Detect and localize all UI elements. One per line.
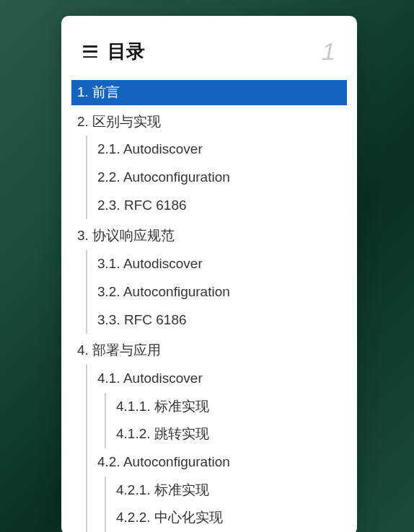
toc-item-3-3[interactable]: 3.3. RFC 6186 — [87, 306, 347, 334]
toc-item-3[interactable]: 3. 协议响应规范 — [71, 222, 347, 250]
toc-sublist-2: 2.1. Autodiscover 2.2. Autoconfiguration… — [86, 136, 357, 219]
toc-item-2[interactable]: 2. 区别与实现 — [71, 108, 347, 136]
toc-item-1[interactable]: 1. 前言 — [71, 80, 347, 105]
toc-item-3-1[interactable]: 3.1. Autodiscover — [87, 250, 347, 278]
page-number: 1 — [322, 37, 335, 66]
toc-item-4-1-2[interactable]: 4.1.2. 跳转实现 — [106, 420, 347, 448]
toc-item-4-1-1[interactable]: 4.1.1. 标准实现 — [106, 393, 347, 421]
toc-sublist-4-1: 4.1.1. 标准实现 4.1.2. 跳转实现 — [105, 393, 357, 448]
toc-body: 1. 前言 2. 区别与实现 2.1. Autodiscover 2.2. Au… — [61, 80, 357, 532]
toc-item-4-1[interactable]: 4.1. Autodiscover — [87, 365, 347, 393]
toc-item-3-2[interactable]: 3.2. Autoconfiguration — [87, 278, 347, 306]
toc-item-2-2[interactable]: 2.2. Autoconfiguration — [87, 164, 347, 192]
toc-header: 目录 1 — [61, 16, 357, 80]
toc-item-2-1[interactable]: 2.1. Autodiscover — [87, 136, 347, 164]
hamburger-icon[interactable] — [83, 45, 97, 58]
toc-sublist-4: 4.1. Autodiscover 4.1.1. 标准实现 4.1.2. 跳转实… — [86, 365, 357, 532]
toc-item-4[interactable]: 4. 部署与应用 — [71, 337, 347, 365]
toc-header-left: 目录 — [83, 39, 145, 64]
toc-item-4-2-1[interactable]: 4.2.1. 标准实现 — [106, 476, 347, 505]
toc-item-4-2[interactable]: 4.2. Autoconfiguration — [87, 448, 347, 476]
toc-item-2-3[interactable]: 2.3. RFC 6186 — [87, 192, 347, 220]
toc-title: 目录 — [107, 39, 145, 64]
toc-sublist-3: 3.1. Autodiscover 3.2. Autoconfiguration… — [86, 250, 357, 334]
toc-panel: 目录 1 1. 前言 2. 区别与实现 2.1. Autodiscover 2.… — [61, 16, 357, 532]
toc-sublist-4-2: 4.2.1. 标准实现 4.2.2. 中心化实现 — [105, 476, 357, 532]
toc-item-4-2-2[interactable]: 4.2.2. 中心化实现 — [106, 504, 347, 532]
